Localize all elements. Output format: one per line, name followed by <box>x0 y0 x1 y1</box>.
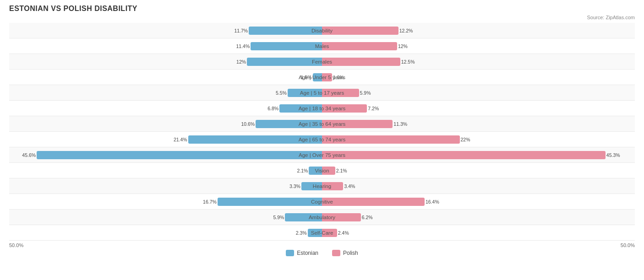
right-bar <box>322 42 397 50</box>
right-value: 12.5% <box>401 59 415 65</box>
right-value: 2.4% <box>338 230 349 236</box>
left-value: 11.4% <box>236 43 250 49</box>
estonian-label: Estonian <box>297 250 318 256</box>
left-value: 5.9% <box>273 215 284 220</box>
left-bar <box>37 151 322 159</box>
bar-row: 12% Females 12.5% <box>9 54 635 70</box>
bar-row: 11.4% Males 12% <box>9 38 635 54</box>
axis-row: 50.0% 50.0% <box>9 242 635 248</box>
center-label: Age | 65 to 74 years <box>299 137 346 142</box>
bar-row: 11.7% Disability 12.2% <box>9 23 635 38</box>
bar-row: 1.5% Age | Under 5 years 1.6% <box>9 70 635 85</box>
axis-right: 50.0% <box>621 242 635 248</box>
left-value: 6.8% <box>267 106 278 111</box>
right-value: 6.2% <box>362 215 373 220</box>
chart-inner: 11.7% Disability 12.2% 11.4% Males 12% 1… <box>9 23 635 241</box>
left-bar <box>247 58 322 66</box>
left-value: 5.5% <box>276 90 287 96</box>
chart-container: 11.7% Disability 12.2% 11.4% Males 12% 1… <box>9 23 635 256</box>
right-bar <box>322 198 425 206</box>
bars-wrapper: 5.5% Age | 5 to 17 years 5.9% <box>9 88 635 98</box>
center-label: Females <box>312 59 332 65</box>
right-value: 3.4% <box>344 183 355 189</box>
left-value: 45.6% <box>22 152 36 158</box>
legend-polish: Polish <box>332 250 358 256</box>
center-label: Hearing <box>313 183 331 189</box>
center-label: Age | 35 to 64 years <box>299 121 346 127</box>
right-value: 16.4% <box>426 199 439 205</box>
bars-wrapper: 5.9% Ambulatory 6.2% <box>9 212 635 222</box>
bars-wrapper: 11.7% Disability 12.2% <box>9 26 635 36</box>
left-value: 12% <box>236 59 246 65</box>
bar-row: 2.1% Vision 2.1% <box>9 163 635 178</box>
bar-row: 3.3% Hearing 3.4% <box>9 178 635 194</box>
center-label: Age | Under 5 years <box>299 75 345 80</box>
legend-estonian: Estonian <box>286 250 318 256</box>
polish-label: Polish <box>343 250 358 256</box>
right-value: 45.3% <box>606 152 620 158</box>
right-value: 7.2% <box>368 106 379 111</box>
source-label: Source: ZipAtlas.com <box>9 15 635 20</box>
bars-wrapper: 2.3% Self-Care 2.4% <box>9 228 635 238</box>
bars-wrapper: 45.6% Age | Over 75 years 45.3% <box>9 150 635 160</box>
bars-wrapper: 3.3% Hearing 3.4% <box>9 181 635 191</box>
page-title: ESTONIAN VS POLISH DISABILITY <box>9 5 635 13</box>
bars-wrapper: 10.6% Age | 35 to 64 years 11.3% <box>9 119 635 129</box>
bars-wrapper: 21.4% Age | 65 to 74 years 22% <box>9 135 635 145</box>
center-label: Ambulatory <box>309 215 335 220</box>
left-value: 3.3% <box>289 183 300 189</box>
right-value: 11.3% <box>393 121 407 127</box>
center-label: Age | 5 to 17 years <box>300 90 344 96</box>
right-bar <box>322 151 606 159</box>
right-value: 5.9% <box>360 90 371 96</box>
left-value: 2.3% <box>296 230 307 236</box>
bar-row: 6.8% Age | 18 to 34 years 7.2% <box>9 101 635 116</box>
left-value: 16.7% <box>203 199 217 205</box>
left-value: 10.6% <box>241 121 255 127</box>
bar-row: 16.7% Cognitive 16.4% <box>9 194 635 210</box>
center-label: Cognitive <box>311 199 333 205</box>
right-bar <box>322 58 400 66</box>
estonian-swatch <box>286 250 294 256</box>
bar-row: 10.6% Age | 35 to 64 years 11.3% <box>9 116 635 132</box>
left-bar <box>218 198 322 206</box>
bars-wrapper: 12% Females 12.5% <box>9 57 635 67</box>
bars-wrapper: 1.5% Age | Under 5 years 1.6% <box>9 72 635 82</box>
bar-row: 45.6% Age | Over 75 years 45.3% <box>9 147 635 163</box>
bars-wrapper: 11.4% Males 12% <box>9 41 635 51</box>
right-value: 12% <box>398 43 408 49</box>
center-label: Vision <box>315 168 329 173</box>
right-value: 12.2% <box>399 28 413 33</box>
polish-swatch <box>332 250 340 256</box>
left-value: 2.1% <box>297 168 308 173</box>
center-label: Disability <box>311 28 333 33</box>
bar-row: 5.5% Age | 5 to 17 years 5.9% <box>9 85 635 101</box>
left-value: 21.4% <box>174 137 187 142</box>
center-label: Age | Over 75 years <box>299 152 345 158</box>
bars-wrapper: 6.8% Age | 18 to 34 years 7.2% <box>9 103 635 113</box>
right-value: 2.1% <box>336 168 347 173</box>
right-value: 22% <box>461 137 470 142</box>
bars-wrapper: 16.7% Cognitive 16.4% <box>9 197 635 207</box>
legend: Estonian Polish <box>9 250 635 256</box>
bars-wrapper: 2.1% Vision 2.1% <box>9 166 635 176</box>
axis-left: 50.0% <box>9 242 23 248</box>
center-label: Males <box>315 43 329 49</box>
bar-row: 21.4% Age | 65 to 74 years 22% <box>9 132 635 147</box>
left-bar <box>251 42 322 50</box>
center-label: Self-Care <box>311 230 333 236</box>
left-value: 11.7% <box>234 28 248 33</box>
center-label: Age | 18 to 34 years <box>299 106 346 111</box>
right-bar <box>322 27 398 35</box>
bar-row: 5.9% Ambulatory 6.2% <box>9 210 635 225</box>
bar-row: 2.3% Self-Care 2.4% <box>9 225 635 241</box>
